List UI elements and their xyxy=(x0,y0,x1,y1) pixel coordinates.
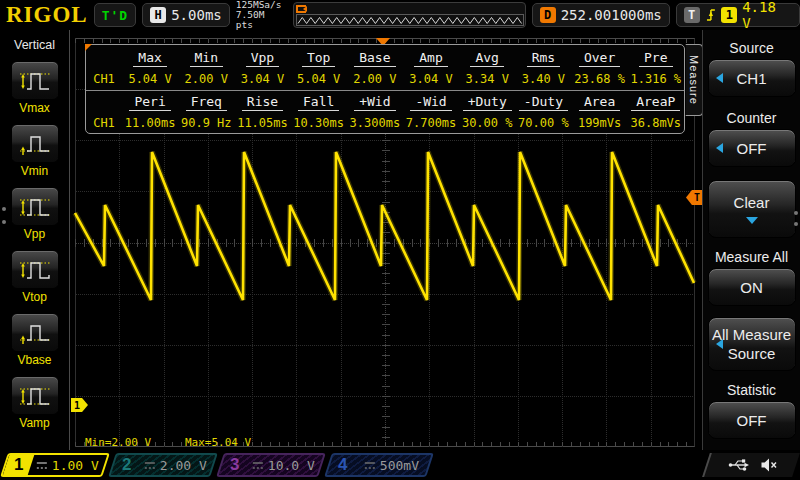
preview-position-icon xyxy=(296,5,306,13)
preview-wave xyxy=(298,18,522,24)
top-status-bar: RIGOL T'D H 5.00ms 125MSa/s 7.50M pts D … xyxy=(0,0,800,30)
measure-value: 2.00 V xyxy=(185,72,228,86)
measure-panel-tab[interactable]: Measure xyxy=(685,44,703,116)
memory-depth: 7.50M pts xyxy=(236,10,287,30)
measure-value: 10.30ms xyxy=(293,116,344,130)
vamp-icon xyxy=(19,383,51,409)
measure-value: 5.04 V xyxy=(128,72,171,86)
oscilloscope-screen: { "top_bar": { "brand": "RIGOL", "trigge… xyxy=(0,0,800,480)
clear-button[interactable]: Clear xyxy=(708,180,796,238)
timebase-value: 5.00ms xyxy=(171,7,222,23)
measure-value: 11.00ms xyxy=(125,116,176,130)
measure-tab-label: Measure xyxy=(688,55,700,105)
trigger-status-text: T'D xyxy=(102,8,128,23)
statistic-button[interactable]: OFF xyxy=(708,401,796,439)
measure-all-value: ON xyxy=(740,279,763,296)
max-readout: Max=5.04 V xyxy=(185,436,251,449)
measure-all-button[interactable]: ON xyxy=(708,268,796,306)
counter-value: OFF xyxy=(737,140,767,157)
channel-number: 4 xyxy=(338,455,347,475)
col-header: Freq xyxy=(186,94,227,109)
counter-button[interactable]: OFF xyxy=(708,129,796,167)
delay-value: 252.001000ms xyxy=(561,7,662,23)
col-header: -Duty xyxy=(519,94,568,109)
rising-edge-icon xyxy=(705,8,717,22)
right-edge-dot xyxy=(794,222,798,226)
trigger-level-value: 4.18 V xyxy=(742,0,792,31)
measure-value: 11.05ms xyxy=(237,116,288,130)
vamp-button[interactable] xyxy=(11,376,59,415)
waveform-preview-bar xyxy=(293,2,526,28)
all-measure-source-button[interactable]: All Measure Source xyxy=(708,317,796,371)
vmax-button[interactable] xyxy=(11,61,59,100)
col-header: Base xyxy=(354,50,395,65)
channel-number: 1 xyxy=(14,455,23,475)
source-button[interactable]: CH1 xyxy=(708,59,796,97)
channel2-block[interactable]: 2 2.00 V xyxy=(108,453,218,477)
measure-value: 3.34 V xyxy=(466,72,509,86)
vmax-label: Vmax xyxy=(0,101,69,115)
measure-results-panel: Max Min Vpp Top Base Amp Avg Rms Over Pr… xyxy=(85,44,685,134)
col-header: -Wid xyxy=(410,94,451,109)
dc-coupling-icon xyxy=(364,461,376,470)
right-edge-dot xyxy=(794,211,798,215)
col-header: Pre xyxy=(639,50,672,65)
measure-value: 30.00 % xyxy=(462,116,513,130)
statistic-value: OFF xyxy=(737,412,767,429)
acquisition-rates: 125MSa/s 7.50M pts xyxy=(236,0,287,30)
channel-status-bar: 1 1.00 V 2 2.00 V 3 10.0 V xyxy=(0,450,800,480)
channel-scale: 500mV xyxy=(380,458,419,473)
measure-value: 23.68 % xyxy=(574,72,625,86)
measure-value: 3.04 V xyxy=(409,72,452,86)
col-header: Top xyxy=(302,50,335,65)
vbase-icon xyxy=(19,320,51,346)
panel-corner-icon xyxy=(85,44,92,51)
vmin-label: Vmin xyxy=(0,164,69,178)
col-header: AreaP xyxy=(631,94,680,109)
measure-all-label: Measure All xyxy=(703,249,800,265)
counter-label: Counter xyxy=(703,110,800,126)
measure-value: 5.04 V xyxy=(297,72,340,86)
vpp-button[interactable] xyxy=(11,187,59,226)
col-header: Amp xyxy=(414,50,447,65)
rigol-logo: RIGOL xyxy=(6,2,88,28)
vpp-label: Vpp xyxy=(0,227,69,241)
sidebar-title: Vertical xyxy=(0,38,69,52)
dc-coupling-icon xyxy=(252,461,264,470)
vmax-icon xyxy=(19,68,51,94)
left-edge-dot xyxy=(2,220,6,224)
measure-value: 36.8mVs xyxy=(630,116,681,130)
channel-number: 3 xyxy=(230,455,239,475)
col-header: Area xyxy=(579,94,620,109)
delay-block: D 252.001000ms xyxy=(532,3,670,27)
col-header: +Wid xyxy=(354,94,395,109)
horizontal-timebase-block: H 5.00ms xyxy=(142,3,230,27)
vertical-measure-sidebar: Vertical Vmax Vmin Vpp xyxy=(0,30,70,450)
vtop-button[interactable] xyxy=(11,250,59,289)
col-header: Peri xyxy=(129,94,170,109)
panel-divider xyxy=(86,90,684,91)
min-readout: Min=2.00 V xyxy=(85,436,151,449)
channel1-block[interactable]: 1 1.00 V xyxy=(0,453,110,477)
chevron-left-icon xyxy=(716,73,723,83)
h-key-icon: H xyxy=(150,7,166,23)
vbase-button[interactable] xyxy=(11,313,59,352)
measure-value: 70.00 % xyxy=(518,116,569,130)
channel-scale: 2.00 V xyxy=(160,458,207,473)
col-header: Min xyxy=(190,50,223,65)
measure-soft-menu: Source CH1 Counter OFF Clear Measure All… xyxy=(702,30,800,450)
trigger-status-badge: T'D xyxy=(94,3,136,27)
vpp-icon xyxy=(19,194,51,220)
left-edge-dot xyxy=(2,207,6,211)
chevron-left-icon xyxy=(716,339,723,349)
channel-label: CH1 xyxy=(93,116,115,130)
measure-value: 90.9 Hz xyxy=(181,116,232,130)
col-header: Vpp xyxy=(246,50,279,65)
measure-value: 199mVs xyxy=(578,116,621,130)
channel3-block[interactable]: 3 10.0 V xyxy=(216,453,326,477)
measure-value: 3.300ms xyxy=(350,116,401,130)
vmin-button[interactable] xyxy=(11,124,59,163)
clear-label: Clear xyxy=(734,194,770,211)
channel4-block[interactable]: 4 500mV xyxy=(324,453,434,477)
all-measure-line1: All Measure xyxy=(712,325,791,344)
